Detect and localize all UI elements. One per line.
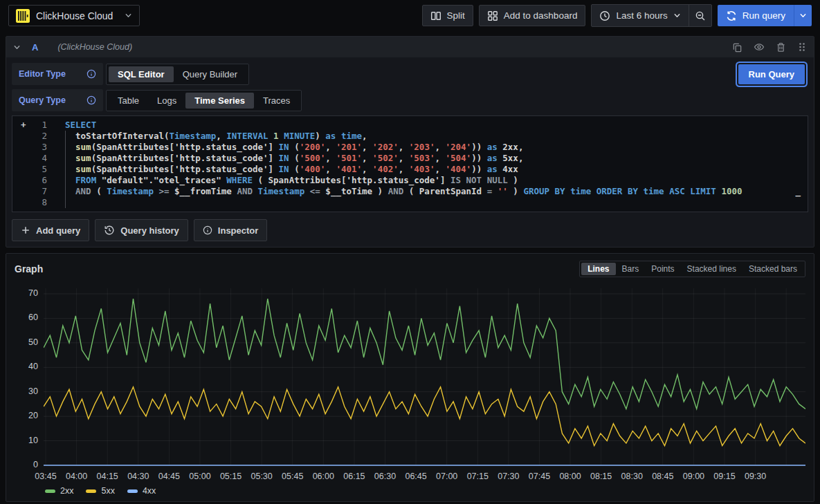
code-token: )) [471,153,487,163]
code-text: sum(SpanAttributes['http.status_code'] I… [65,142,523,153]
editor-type-option-query-builder[interactable]: Query Builder [174,66,246,82]
legend-color-pill [86,489,96,493]
code-token: as [487,164,498,174]
query-editor-panel: A (ClickHouse Cloud) Editor Type SQL Edi… [6,36,814,248]
code-token [253,186,258,196]
chart-legend: 2xx5xx4xx [45,486,805,496]
code-token: '500' [300,153,326,163]
y-axis-label: 20 [28,411,38,420]
legend-item-5xx[interactable]: 5xx [86,486,114,496]
add-query-button[interactable]: Add query [12,219,89,241]
graph-mode-bars[interactable]: Bars [616,263,646,275]
text-cursor: _ [795,186,801,197]
line-number: 3 [12,142,47,153]
editor-type-option-sql-editor[interactable]: SQL Editor [109,66,174,82]
editor-type-label: Editor Type [12,63,103,85]
query-type-tab-traces[interactable]: Traces [254,93,299,109]
code-token: time [341,131,362,141]
x-axis-label: 07:15 [467,472,489,481]
code-token: '402' [372,164,399,174]
code-token: ( SpanAttributes['http.status_code'] [253,175,450,185]
query-datasource-hint: (ClickHouse Cloud) [57,42,132,52]
x-axis-label: 05:15 [220,472,242,481]
editor-type-label-text: Editor Type [19,69,66,79]
info-icon[interactable] [86,69,96,79]
editor-type-segmented: SQL EditorQuery Builder [106,64,249,85]
chevron-down-icon [125,12,132,19]
code-token: '200' [300,142,326,152]
x-axis-label: 04:00 [66,472,87,481]
code-text: sum(SpanAttributes['http.status_code'] I… [65,153,523,164]
query-history-button[interactable]: Query history [95,219,188,241]
collapse-chevron-icon[interactable] [13,44,21,51]
code-token: '' [498,186,508,196]
zoom-out-button[interactable] [689,5,711,26]
code-token: Timestamp [170,131,217,141]
clock-icon [599,10,610,21]
legend-item-4xx[interactable]: 4xx [127,486,156,496]
code-token: $__fromTime [170,186,237,196]
code-token: 4xx [498,164,518,174]
code-text: AND ( Timestamp >= $__fromTime AND Times… [65,186,742,197]
refresh-icon [726,10,737,21]
x-axis-label: 04:30 [127,472,149,481]
graph-mode-points[interactable]: Points [645,263,680,275]
code-line: 6 FROM "default"."otel_traces" WHERE ( S… [12,175,808,186]
query-type-tab-logs[interactable]: Logs [148,93,185,109]
datasource-picker[interactable]: ClickHouse Cloud [8,5,140,26]
x-axis-label: 07:00 [436,472,457,481]
duplicate-query-icon[interactable] [732,42,742,53]
code-line: 5 sum(SpanAttributes['http.status_code']… [12,164,808,175]
code-token: '504' [446,153,472,163]
code-token: "default"."otel_traces" [96,175,226,185]
inspector-button[interactable]: Inspector [194,219,268,241]
time-picker-group: Last 6 hours [591,4,711,27]
toggle-visibility-eye-icon[interactable] [754,41,765,53]
code-token: 1000 [721,186,742,196]
gutter-plus-icon: + [21,120,26,131]
code-token: ORDER BY [596,186,638,196]
delete-query-trash-icon[interactable] [776,42,786,53]
graph-mode-stacked-bars[interactable]: Stacked bars [742,263,803,275]
time-range-picker[interactable]: Last 6 hours [592,5,688,26]
line-number: 2 [12,131,47,142]
drag-handle-grip-icon[interactable] [797,42,807,52]
code-line: 2 toStartOfInterval(Timestamp, INTERVAL … [12,131,808,142]
run-query-dropdown[interactable] [794,5,812,26]
code-token [304,186,310,196]
code-token: '202' [372,142,399,152]
chevron-down-icon [673,12,681,19]
query-type-row: Query Type TableLogsTime SeriesTraces [12,89,808,111]
code-token: Timestamp [258,186,305,196]
info-icon[interactable] [86,95,96,105]
query-type-tab-table[interactable]: Table [109,93,148,109]
graph-mode-lines[interactable]: Lines [581,263,615,275]
sql-code-editor[interactable]: _ 1+SELECT2 toStartOfInterval(Timestamp,… [12,115,808,212]
code-token [279,131,284,141]
run-query-label: Run query [742,10,785,21]
x-axis-label: 05:30 [250,472,272,481]
query-type-tab-time-series[interactable]: Time Series [185,93,254,109]
run-query-panel-button[interactable]: Run Query [738,64,805,84]
y-axis-label: 0 [33,460,38,469]
split-button[interactable]: Split [422,5,473,26]
code-token: toStartOfInterval( [65,131,170,141]
code-token: ( [289,142,300,152]
query-type-label: Query Type [12,89,103,111]
split-label: Split [447,10,465,21]
legend-item-2xx[interactable]: 2xx [45,486,73,496]
code-token: , [435,164,445,174]
code-token: IN [279,164,289,174]
line-number: 7 [12,186,47,197]
code-token: 5xx, [498,153,524,163]
graph-mode-stacked-lines[interactable]: Stacked lines [681,263,742,275]
chart-canvas[interactable] [44,283,805,471]
code-token: ASC [669,186,685,196]
code-token: , [362,131,367,141]
query-row-header[interactable]: A (ClickHouse Cloud) [6,37,814,57]
code-token: sum [75,142,91,152]
add-to-dashboard-button[interactable]: Add to dashboard [479,5,586,26]
code-token [565,186,571,196]
code-token: , [435,142,445,152]
run-query-button[interactable]: Run query [718,5,794,26]
